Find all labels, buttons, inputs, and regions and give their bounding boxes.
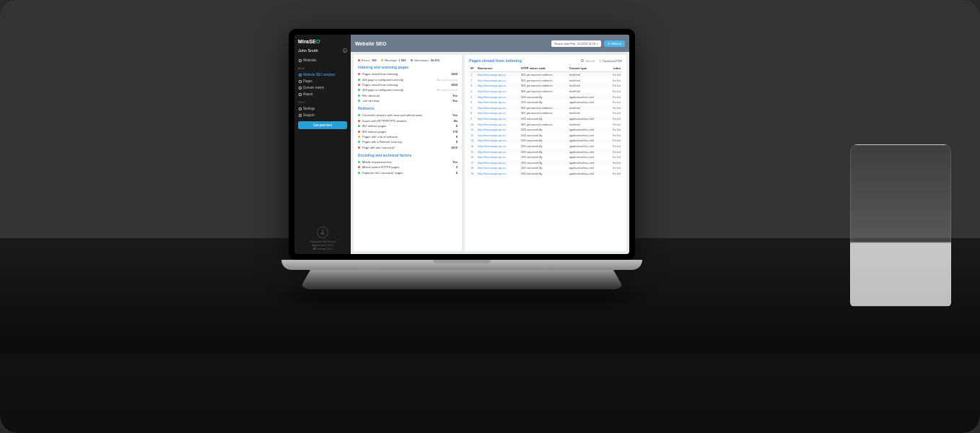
issue-row[interactable]: 404 page is configured correctlyNot yet …	[358, 76, 458, 82]
get-premium-button[interactable]: Get premium	[298, 121, 347, 129]
table-row[interactable]: 9http://miraseopr.qa.ua200 successfullya…	[469, 116, 622, 122]
issue-value: 1653	[451, 72, 458, 76]
resource-link[interactable]: http://miraseopr.qa.ua	[478, 172, 506, 175]
report-date-picker[interactable]: Report date Feb. 24,2023 14:23 ▾	[551, 40, 601, 47]
section-title: Encoding and technical factors	[358, 153, 458, 157]
table-row[interactable]: 12http://miraseopr.qa.ua200 successfully…	[469, 133, 622, 139]
resource-link[interactable]: http://miraseopr.qa.ua	[478, 79, 506, 82]
resource-link[interactable]: http://miraseopr.qa.ua	[478, 84, 506, 87]
cell-ctype: text/html	[568, 105, 607, 111]
stat-info: Information: 56 476	[411, 58, 439, 62]
table-row[interactable]: 11http://miraseopr.qa.ua200 successfully…	[469, 127, 622, 133]
cell-resource: http://miraseopr.qa.ua	[476, 83, 520, 89]
cell-index: 9	[469, 116, 476, 122]
resource-link[interactable]: http://miraseopr.qa.ua	[478, 150, 506, 154]
resource-link[interactable]: http://miraseopr.qa.ua	[478, 166, 506, 170]
cell-index: 3	[469, 83, 476, 89]
resource-link[interactable]: http://miraseopr.qa.ua	[478, 155, 506, 159]
nav-group-heading: Other	[298, 100, 347, 104]
table-row[interactable]: 1http://miraseopr.qa.ua301 permanent red…	[469, 72, 622, 78]
issue-value: No	[454, 119, 458, 123]
laptop: MiraSEO John Smith ▾ Websites AuditWebsi…	[281, 29, 642, 313]
cell-index: 5	[469, 94, 476, 100]
cell-status: 200 successfully	[520, 116, 568, 122]
issue-row[interactable]: Mixed content HTTPS pages3	[358, 165, 458, 170]
table-row[interactable]: 16http://miraseopr.qa.ua200 successfully…	[469, 154, 622, 160]
issue-row[interactable]: 404 page is configured correctlyNot yet …	[358, 87, 458, 92]
issue-row[interactable]: Mobile responsivenessYes	[358, 159, 458, 165]
resource-link[interactable]: http://miraseopr.qa.ua	[478, 134, 506, 137]
th-robot[interactable]: robot	[606, 65, 622, 72]
resource-link[interactable]: http://miraseopr.qa.ua	[478, 89, 506, 93]
cell-index: 18	[469, 165, 476, 171]
issue-row[interactable]: 302 redirect pages0	[358, 123, 458, 128]
resource-link[interactable]: http://miraseopr.qa.ua	[478, 139, 506, 142]
table-row[interactable]: 5http://miraseopr.qa.ua200 successfullya…	[469, 94, 622, 100]
table-row[interactable]: 18http://miraseopr.qa.ua200 successfully…	[469, 165, 622, 171]
resource-link[interactable]: http://miraseopr.qa.ua	[478, 161, 506, 165]
nav-website-seo[interactable]: Website SEO analysis	[298, 71, 347, 78]
resource-link[interactable]: http://miraseopr.qa.ua	[478, 95, 506, 99]
table-row[interactable]: 13http://miraseopr.qa.ua200 successfully…	[469, 138, 622, 144]
issue-row[interactable]: Page with rel="canonical"1615	[358, 145, 458, 150]
table-row[interactable]: 8http://miraseopr.qa.ua301 permanent red…	[469, 110, 622, 116]
table-row[interactable]: 17http://miraseopr.qa.ua200 successfully…	[469, 160, 622, 166]
resource-link[interactable]: http://miraseopr.qa.ua	[478, 73, 506, 76]
nav-label: Report	[303, 92, 313, 96]
nav-websites[interactable]: Websites	[298, 57, 347, 64]
cell-index: 4	[469, 89, 476, 95]
cell-index: 11	[469, 127, 476, 133]
cell-ctype: application/rss+xml	[568, 154, 607, 160]
issue-row[interactable]: Pages with a Refresh meta tag0	[358, 139, 458, 144]
table-row[interactable]: 14http://miraseopr.qa.ua200 successfully…	[469, 144, 622, 149]
nav-domain-metric[interactable]: Domain metric	[298, 84, 347, 91]
resource-link[interactable]: http://miraseopr.qa.ua	[478, 144, 506, 148]
resource-link[interactable]: http://miraseopr.qa.ua	[478, 128, 506, 131]
cell-resource: http://miraseopr.qa.ua	[476, 105, 520, 111]
nav-report[interactable]: Report	[298, 91, 347, 97]
issue-row[interactable]: Pages closed from indexing1653	[358, 71, 458, 76]
api-version: API version 1.0.7	[298, 248, 347, 251]
nav-pages[interactable]: Pages	[298, 78, 347, 84]
cell-ctype: text/html	[568, 78, 607, 84]
resource-link[interactable]: http://miraseopr.qa.ua	[478, 106, 506, 110]
issue-row[interactable]: 301 redirect pages170	[358, 128, 458, 134]
nav-settings[interactable]: Settings	[298, 105, 347, 112]
issue-row[interactable]: .xml site mapYes	[358, 98, 458, 103]
nav-support[interactable]: Support	[298, 112, 347, 118]
issue-row[interactable]: Issues with HTTP/HTTPS versionsNo	[358, 118, 458, 123]
table-row[interactable]: 2http://miraseopr.qa.ua301 permanent red…	[469, 78, 622, 84]
cell-index: 14	[469, 144, 476, 149]
table-row[interactable]: 19http://miraseopr.qa.ua200 successfully…	[469, 171, 622, 177]
table-row[interactable]: 15http://miraseopr.qa.ua200 successfully…	[469, 149, 622, 154]
th-index[interactable]: Nº	[469, 65, 476, 72]
table-row[interactable]: 4http://miraseopr.qa.ua301 permanent red…	[469, 89, 622, 95]
dot-icon	[381, 59, 383, 61]
table-row[interactable]: 3http://miraseopr.qa.ua301 permanent red…	[469, 83, 622, 89]
cell-resource: http://miraseopr.qa.ua	[476, 165, 520, 171]
th-resources[interactable]: Resources	[476, 65, 520, 72]
table-row[interactable]: 10http://miraseopr.qa.ua301 permanent re…	[469, 121, 622, 127]
resource-link[interactable]: http://miraseopr.qa.ua	[478, 123, 506, 126]
refresh-button[interactable]: ⟳ Refresh	[604, 40, 625, 47]
cell-robot: Forbid	[606, 89, 622, 95]
resource-link[interactable]: http://miraseopr.qa.ua	[478, 100, 506, 104]
brand-accent: O	[316, 39, 320, 44]
search-placeholder: Search	[585, 59, 595, 63]
th-ctype[interactable]: Content type	[568, 65, 607, 72]
issue-row[interactable]: Corrected versions with www and without …	[358, 113, 458, 118]
issue-row[interactable]: Duplicate rel="canonical" pages0	[358, 170, 458, 175]
th-status[interactable]: HTTP status code	[520, 65, 568, 72]
issue-row[interactable]: Pages closed from indexing1653	[358, 82, 458, 87]
search-input[interactable]: Search	[581, 59, 595, 63]
table-row[interactable]: 6http://miraseopr.qa.ua200 successfullya…	[469, 100, 622, 105]
app-window: MiraSEO John Smith ▾ Websites AuditWebsi…	[294, 35, 629, 254]
issue-label: .xml site map	[362, 99, 450, 102]
resource-link[interactable]: http://miraseopr.qa.ua	[478, 117, 506, 121]
issue-row[interactable]: File robots.txtYes	[358, 93, 458, 98]
resource-link[interactable]: http://miraseopr.qa.ua	[478, 111, 506, 115]
user-switcher[interactable]: John Smith ▾	[298, 48, 347, 53]
download-pdf-button[interactable]: ⇩ Download PDF	[599, 59, 622, 63]
issue-row[interactable]: Pages with a lot of redirects9	[358, 134, 458, 139]
table-row[interactable]: 7http://miraseopr.qa.ua301 permanent red…	[469, 105, 622, 111]
